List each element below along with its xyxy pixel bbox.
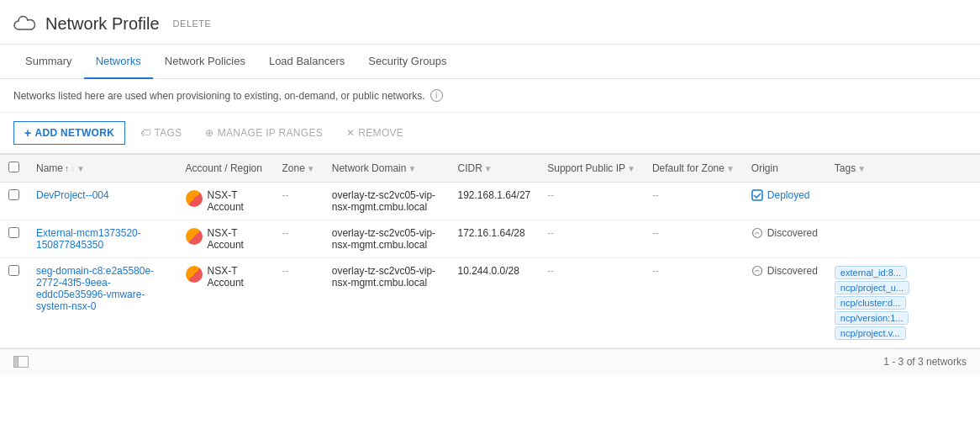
filter-support-public-ip-icon[interactable]: ▼ xyxy=(627,164,635,173)
table-row: seg-domain-c8:e2a5580e-2772-43f5-9eea-ed… xyxy=(0,258,980,348)
col-default-for-zone: Default for Zone ▼ xyxy=(644,155,743,183)
row1-zone: -- xyxy=(273,183,323,220)
tag-pill: ncp/version:1... xyxy=(835,311,909,325)
row3-network-domain: overlay-tz-sc2vc05-vip-nsx-mgmt.cmbu.loc… xyxy=(324,258,450,348)
col-account-region: Account / Region xyxy=(177,155,274,183)
row1-origin: Deployed xyxy=(743,183,826,220)
filter-default-zone-icon[interactable]: ▼ xyxy=(726,164,735,173)
row3-checkbox-cell[interactable] xyxy=(0,258,28,348)
count-text: 1 - 3 of 3 networks xyxy=(883,356,967,368)
col-support-public-ip: Support Public IP ▼ xyxy=(539,155,644,183)
col-zone: Zone ▼ xyxy=(273,155,323,183)
tag-pill: ncp/project.v... xyxy=(835,326,906,340)
row3-checkbox[interactable] xyxy=(8,265,19,276)
nsxt-icon xyxy=(186,266,203,283)
remove-icon: ✕ xyxy=(346,127,355,139)
tab-bar: Summary Networks Network Policies Load B… xyxy=(0,45,980,79)
tags-button[interactable]: 🏷 TAGS xyxy=(132,123,190,143)
row3-origin: Discovered xyxy=(743,258,826,348)
select-all-header[interactable] xyxy=(0,155,28,183)
row3-name-link[interactable]: seg-domain-c8:e2a5580e-2772-43f5-9eea-ed… xyxy=(36,265,154,312)
row3-tags: external_id:8...ncp/project_u...ncp/clus… xyxy=(826,258,980,348)
row1-network-domain: overlay-tz-sc2vc05-vip-nsx-mgmt.cmbu.loc… xyxy=(324,183,450,220)
row3-account: NSX-T Account xyxy=(177,258,274,348)
row3-name: seg-domain-c8:e2a5580e-2772-43f5-9eea-ed… xyxy=(28,258,177,348)
row3-cidr: 10.244.0.0/28 xyxy=(450,258,540,348)
info-bar: Networks listed here are used when provi… xyxy=(0,79,980,113)
toolbar: + ADD NETWORK 🏷 TAGS ⊕ MANAGE IP RANGES … xyxy=(0,113,980,154)
row1-name: DevProject--004 xyxy=(28,183,177,220)
nsxt-icon xyxy=(186,190,203,207)
panel-toggle-icon[interactable] xyxy=(13,356,29,368)
add-network-button[interactable]: + ADD NETWORK xyxy=(13,121,125,145)
discovered-icon xyxy=(751,265,763,277)
row3-zone: -- xyxy=(273,258,323,348)
row1-tags xyxy=(826,183,980,220)
sort-asc-icon[interactable]: ↑ xyxy=(65,164,69,173)
tab-load-balancers[interactable]: Load Balancers xyxy=(257,45,356,79)
row2-network-domain: overlay-tz-sc2vc05-vip-nsx-mgmt.cmbu.loc… xyxy=(324,220,450,258)
tab-network-policies[interactable]: Network Policies xyxy=(153,45,257,79)
row1-default-for-zone: -- xyxy=(644,183,743,220)
row2-checkbox[interactable] xyxy=(8,227,19,238)
row1-name-link[interactable]: DevProject--004 xyxy=(36,189,109,201)
row2-origin: Discovered xyxy=(743,220,826,258)
discovered-icon xyxy=(751,227,763,239)
row2-support-public-ip: -- xyxy=(539,220,644,258)
delete-button[interactable]: DELETE xyxy=(173,19,212,29)
row3-default-for-zone: -- xyxy=(644,258,743,348)
row2-checkbox-cell[interactable] xyxy=(0,220,28,258)
table-footer: 1 - 3 of 3 networks xyxy=(0,348,980,374)
tag-pill: ncp/cluster:d... xyxy=(835,296,907,310)
remove-button[interactable]: ✕ REMOVE xyxy=(338,123,412,143)
filter-network-domain-icon[interactable]: ▼ xyxy=(408,164,416,173)
networks-table: Name ↑ ↓ ▼ Account / Region Zone ▼ xyxy=(0,154,980,348)
tab-networks[interactable]: Networks xyxy=(84,45,153,79)
row1-support-public-ip: -- xyxy=(539,183,644,220)
col-cidr: CIDR ▼ xyxy=(450,155,540,183)
filter-zone-icon[interactable]: ▼ xyxy=(307,164,315,173)
row1-checkbox[interactable] xyxy=(8,189,19,200)
tab-security-groups[interactable]: Security Groups xyxy=(356,45,458,79)
select-all-checkbox[interactable] xyxy=(8,162,19,172)
row2-zone: -- xyxy=(273,220,323,258)
row1-account: NSX-T Account xyxy=(177,183,274,220)
tab-summary[interactable]: Summary xyxy=(13,45,84,79)
col-origin: Origin xyxy=(743,155,826,183)
sort-desc-icon[interactable]: ↓ xyxy=(71,164,75,173)
tag-pill: ncp/project_u... xyxy=(835,281,909,294)
row3-support-public-ip: -- xyxy=(539,258,644,348)
table-row: External-mcm1373520-150877845350 NSX-T A… xyxy=(0,220,980,258)
plus-icon: + xyxy=(24,126,31,140)
manage-ip-ranges-button[interactable]: ⊕ MANAGE IP RANGES xyxy=(197,123,331,143)
table-header-row: Name ↑ ↓ ▼ Account / Region Zone ▼ xyxy=(0,155,980,183)
filter-cidr-icon[interactable]: ▼ xyxy=(484,164,493,173)
row2-name: External-mcm1373520-150877845350 xyxy=(28,220,177,258)
nsxt-icon xyxy=(186,228,203,245)
col-tags: Tags ▼ xyxy=(826,155,980,183)
svg-rect-0 xyxy=(752,190,762,200)
info-icon[interactable]: i xyxy=(430,89,443,102)
row2-cidr: 172.16.1.64/28 xyxy=(450,220,540,258)
row2-default-for-zone: -- xyxy=(644,220,743,258)
row1-cidr: 192.168.1.64/27 xyxy=(450,183,540,220)
row2-name-link[interactable]: External-mcm1373520-150877845350 xyxy=(36,227,141,251)
row2-account: NSX-T Account xyxy=(177,220,274,258)
col-network-domain: Network Domain ▼ xyxy=(324,155,450,183)
network-icon: ⊕ xyxy=(205,127,213,139)
filter-tags-icon[interactable]: ▼ xyxy=(857,164,866,173)
cloud-icon xyxy=(13,12,37,35)
row2-tags xyxy=(826,220,980,258)
page-title: Network Profile xyxy=(45,14,160,34)
page-header: Network Profile DELETE xyxy=(0,0,980,45)
info-text: Networks listed here are used when provi… xyxy=(13,90,425,102)
filter-name-icon[interactable]: ▼ xyxy=(76,164,85,173)
row1-checkbox-cell[interactable] xyxy=(0,183,28,220)
tag-pill: external_id:8... xyxy=(835,266,907,279)
deployed-icon xyxy=(751,189,763,201)
col-name: Name ↑ ↓ ▼ xyxy=(28,155,177,183)
table-row: DevProject--004 NSX-T Account -- overlay… xyxy=(0,183,980,220)
tag-icon: 🏷 xyxy=(140,127,150,139)
